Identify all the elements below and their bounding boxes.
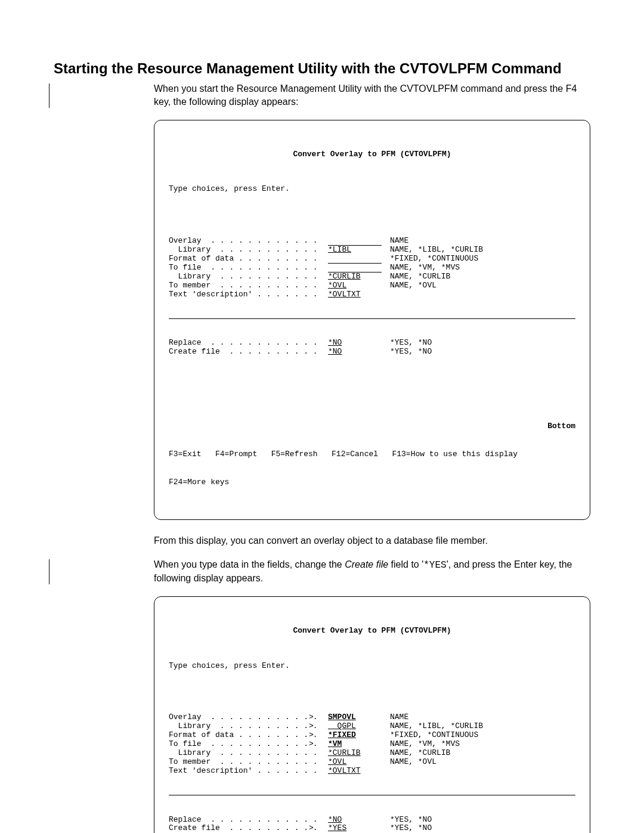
field-row: To member . . . . . . . . . . .*OVLNAME,…: [169, 281, 575, 290]
field-label: Overlay . . . . . . . . . . . .: [169, 237, 309, 246]
field-hint: NAME, *OVL: [390, 758, 575, 767]
field-row: To file . . . . . . . . . . . .NAME, *VM…: [169, 264, 575, 272]
field-value[interactable]: *LIBL: [328, 246, 390, 255]
field-row: Format of data . . . . . . . . .*FIXED, …: [169, 255, 575, 264]
field-value[interactable]: QGPL: [328, 722, 390, 731]
field-prompt-marker: >: [309, 824, 328, 833]
field-prompt-marker: [309, 758, 328, 767]
field-value[interactable]: [328, 255, 390, 264]
field-row: Library . . . . . . . . . . .> QGPLNAME,…: [169, 722, 575, 731]
field-label: To member . . . . . . . . . . .: [169, 758, 309, 767]
field-value[interactable]: *OVLTXT: [328, 290, 390, 299]
field-prompt-marker: >: [309, 722, 328, 731]
function-keys-line2: F24=More keys: [169, 478, 575, 487]
field-hint: NAME, *LIBL, *CURLIB: [390, 722, 575, 731]
field-hint: [390, 290, 575, 299]
field-prompt-marker: >: [309, 740, 328, 749]
field-hint: NAME, *VM, *MVS: [390, 264, 575, 272]
italic-create-file: Create file: [345, 559, 388, 569]
terminal-title: Convert Overlay to PFM (CVTOVLPFM): [169, 150, 575, 159]
field-hint: NAME, *VM, *MVS: [390, 740, 575, 749]
field-value[interactable]: *VM: [328, 740, 390, 749]
field-value[interactable]: *NO: [328, 816, 390, 825]
field-value[interactable]: [328, 264, 390, 272]
field-row: Replace . . . . . . . . . . . . *NO*YES,…: [169, 816, 575, 825]
section-heading: Starting the Resource Management Utility…: [54, 60, 590, 78]
field-value[interactable]: *CURLIB: [328, 272, 390, 281]
field-prompt-marker: [309, 290, 328, 299]
field-hint: *FIXED, *CONTINUOUS: [390, 255, 575, 264]
terminal-title: Convert Overlay to PFM (CVTOVLPFM): [169, 627, 575, 636]
field-prompt-marker: >: [309, 731, 328, 740]
field-row: Format of data . . . . . . . . .> *FIXED…: [169, 731, 575, 740]
page-container: Starting the Resource Management Utility…: [0, 0, 644, 833]
field-label: To file . . . . . . . . . . . .: [169, 740, 309, 749]
field-label: Create file . . . . . . . . . .: [169, 824, 309, 833]
field-row: Text 'description' . . . . . . .*OVLTXT: [169, 290, 575, 299]
field-row: Create file . . . . . . . . . .*NO*YES, …: [169, 348, 575, 357]
field-hint: *YES, *NO: [390, 816, 575, 825]
function-keys-line1: F3=Exit F4=Prompt F5=Refresh F12=Cancel …: [169, 450, 575, 459]
field-prompt-marker: [309, 816, 328, 825]
field-value[interactable]: *OVLTXT: [328, 767, 390, 776]
field-prompt-marker: [309, 237, 328, 246]
field-value[interactable]: *YES: [328, 824, 390, 833]
field-label: Library . . . . . . . . . . .: [169, 722, 309, 731]
field-prompt-marker: [309, 264, 328, 272]
field-label: Format of data . . . . . . . . .: [169, 255, 309, 264]
field-label: Format of data . . . . . . . . .: [169, 731, 309, 740]
field-row: Library . . . . . . . . . . .*LIBLNAME, …: [169, 246, 575, 255]
terminal-screen-2: Convert Overlay to PFM (CVTOVLPFM) Type …: [154, 596, 590, 833]
field-label: To member . . . . . . . . . . .: [169, 281, 309, 290]
field-prompt-marker: [309, 749, 328, 758]
field-prompt-marker: [309, 246, 328, 255]
field-value[interactable]: *FIXED: [328, 731, 390, 740]
field-row: Library . . . . . . . . . . .*CURLIBNAME…: [169, 272, 575, 281]
field-hint: NAME, *CURLIB: [390, 749, 575, 758]
field-prompt-marker: [309, 255, 328, 264]
intro-paragraph: When you start the Resource Management U…: [54, 82, 590, 109]
field-row: Text 'description' . . . . . . . *OVLTXT: [169, 767, 575, 776]
field-hint: NAME, *OVL: [390, 281, 575, 290]
field-value[interactable]: *OVL: [328, 758, 390, 767]
field-prompt-marker: [309, 339, 328, 348]
field-label: Text 'description' . . . . . . .: [169, 290, 309, 299]
field-hint: NAME, *CURLIB: [390, 272, 575, 281]
field-row: Overlay . . . . . . . . . . . .> SMPOVLN…: [169, 713, 575, 722]
paragraph-after-screen1: From this display, you can convert an ov…: [54, 534, 590, 547]
field-row: To member . . . . . . . . . . . *OVLNAME…: [169, 758, 575, 767]
field-value[interactable]: *OVL: [328, 281, 390, 290]
field-row: To file . . . . . . . . . . . .> *VMNAME…: [169, 740, 575, 749]
terminal-prompt: Type choices, press Enter.: [169, 662, 575, 671]
field-hint: NAME: [390, 237, 575, 246]
field-value[interactable]: *NO: [328, 348, 390, 357]
field-label: Replace . . . . . . . . . . . .: [169, 816, 309, 825]
field-value[interactable]: [328, 237, 390, 246]
field-hint: NAME, *LIBL, *CURLIB: [390, 246, 575, 255]
field-hint: *FIXED, *CONTINUOUS: [390, 731, 575, 740]
terminal-prompt: Type choices, press Enter.: [169, 185, 575, 194]
text: field to ': [388, 559, 423, 569]
field-prompt-marker: [309, 281, 328, 290]
paragraph-createfile: When you type data in the fields, change…: [54, 558, 590, 586]
field-label: Create file . . . . . . . . . .: [169, 348, 309, 357]
field-hint: *YES, *NO: [390, 348, 575, 357]
field-prompt-marker: [309, 272, 328, 281]
field-label: Library . . . . . . . . . . .: [169, 749, 309, 758]
mono-yes: *YES: [423, 560, 446, 571]
field-row: Library . . . . . . . . . . . *CURLIBNAM…: [169, 749, 575, 758]
field-prompt-marker: >: [309, 713, 328, 722]
field-hint: NAME: [390, 713, 575, 722]
field-hint: *YES, *NO: [390, 824, 575, 833]
field-row: Overlay . . . . . . . . . . . .NAME: [169, 237, 575, 246]
field-value[interactable]: *NO: [328, 339, 390, 348]
bottom-indicator: Bottom: [169, 422, 575, 431]
field-value[interactable]: SMPOVL: [328, 713, 390, 722]
field-label: Overlay . . . . . . . . . . . .: [169, 713, 309, 722]
field-value[interactable]: *CURLIB: [328, 749, 390, 758]
field-label: Library . . . . . . . . . . .: [169, 246, 309, 255]
field-prompt-marker: [309, 767, 328, 776]
field-label: Text 'description' . . . . . . .: [169, 767, 309, 776]
field-label: Replace . . . . . . . . . . . .: [169, 339, 309, 348]
field-row: Create file . . . . . . . . . .> *YES*YE…: [169, 824, 575, 833]
